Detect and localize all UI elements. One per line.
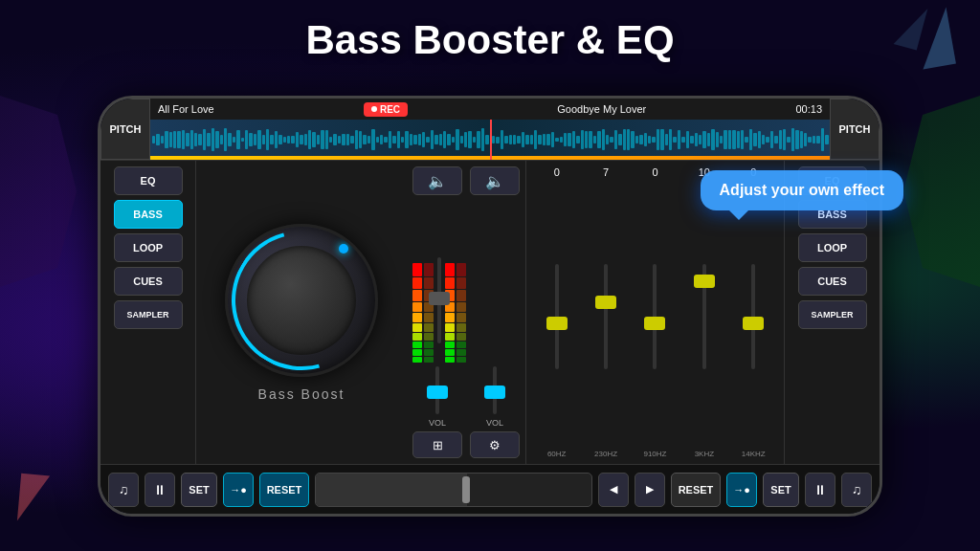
mid-slider-thumb[interactable] bbox=[429, 292, 450, 305]
left-cues-button[interactable]: CUES bbox=[114, 267, 183, 296]
waveform-bar bbox=[338, 136, 341, 143]
right-sampler-button[interactable]: SAMPLER bbox=[798, 300, 867, 329]
volume-controls: 🔈 🔈 bbox=[412, 166, 520, 195]
eq-freq-label-60HZ: 60HZ bbox=[536, 450, 578, 458]
waveform-bar bbox=[597, 131, 600, 149]
waveform-bar bbox=[648, 136, 651, 143]
waveform-bar bbox=[504, 136, 507, 143]
page-title: Bass Booster & EQ bbox=[305, 17, 674, 63]
waveform-bar bbox=[702, 131, 705, 148]
set-left-button[interactable]: SET bbox=[181, 473, 217, 507]
vu-bar bbox=[445, 277, 455, 290]
left-eq-button[interactable]: EQ bbox=[114, 166, 183, 195]
bottom-right-icon-button[interactable]: ⚙ bbox=[470, 431, 520, 458]
waveform-bar bbox=[602, 129, 605, 150]
waveform-bar bbox=[431, 130, 434, 150]
knob-inner bbox=[247, 246, 356, 355]
waveform-bar bbox=[770, 131, 773, 148]
pause-left-button[interactable]: ⏸ bbox=[145, 473, 175, 507]
reset-right-button[interactable]: RESET bbox=[671, 473, 721, 507]
music-left-button[interactable]: ♫ bbox=[108, 473, 139, 507]
arrow-rec-right-button[interactable]: →● bbox=[726, 473, 757, 507]
eq-thumb-0[interactable] bbox=[546, 317, 568, 330]
eq-thumb-2[interactable] bbox=[644, 317, 665, 330]
waveform-bar bbox=[686, 131, 689, 149]
waveform-bar bbox=[405, 131, 408, 148]
waveform-bar bbox=[762, 135, 765, 144]
vu-bar bbox=[412, 333, 422, 341]
vu-bar bbox=[457, 313, 466, 322]
set-right-button[interactable]: SET bbox=[763, 473, 799, 507]
waveform-bar bbox=[426, 137, 429, 142]
eq-thumb-4[interactable] bbox=[743, 317, 764, 330]
progress-bar[interactable] bbox=[315, 473, 592, 507]
waveform-bar bbox=[291, 136, 294, 143]
eq-slider-wrap-0 bbox=[546, 264, 568, 369]
waveform-bar bbox=[350, 136, 353, 143]
waveform-bar bbox=[308, 130, 311, 149]
waveform-bar bbox=[270, 135, 273, 144]
vol-left-button[interactable]: 🔈 bbox=[412, 166, 462, 195]
next-button[interactable]: ▶ bbox=[635, 473, 665, 507]
waveform-bar bbox=[376, 137, 379, 143]
waveform-right bbox=[490, 120, 830, 160]
music-right-button[interactable]: ♫ bbox=[841, 473, 872, 507]
waveform-bar bbox=[443, 131, 446, 148]
rec-dot bbox=[371, 106, 377, 112]
progress-thumb bbox=[462, 476, 470, 503]
waveform-bar bbox=[156, 134, 159, 145]
waveform-bar bbox=[460, 136, 463, 143]
waveform-bar bbox=[753, 133, 756, 145]
waveform-bar bbox=[177, 131, 180, 148]
right-loop-button[interactable]: LOOP bbox=[798, 233, 867, 262]
waveform-bar bbox=[816, 136, 819, 144]
pitch-right-button[interactable]: PITCH bbox=[830, 99, 880, 160]
reset-left-button[interactable]: RESET bbox=[259, 473, 309, 507]
pause-right-button[interactable]: ⏸ bbox=[805, 473, 835, 507]
right-cues-button[interactable]: CUES bbox=[798, 267, 867, 296]
left-sampler-button[interactable]: SAMPLER bbox=[114, 300, 183, 329]
pitch-left-button[interactable]: PITCH bbox=[100, 99, 150, 160]
waveform-bar bbox=[732, 130, 735, 149]
waveform-bar bbox=[278, 135, 281, 144]
left-loop-button[interactable]: LOOP bbox=[114, 233, 183, 262]
rec-button[interactable]: REC bbox=[364, 102, 408, 117]
prev-button[interactable]: ◀ bbox=[598, 473, 629, 507]
waveform-bar bbox=[610, 137, 612, 143]
left-bass-button[interactable]: BASS bbox=[114, 200, 183, 229]
waveform-bar bbox=[673, 137, 676, 143]
waveform-bar bbox=[501, 130, 503, 150]
vu-bar-group bbox=[457, 238, 466, 363]
knob-container[interactable] bbox=[225, 224, 378, 377]
eq-track-1 bbox=[604, 264, 608, 369]
vol-left-thumb[interactable] bbox=[427, 386, 448, 399]
waveform-bar bbox=[657, 129, 659, 151]
waveform-bar bbox=[304, 134, 307, 145]
eq-thumb-1[interactable] bbox=[595, 296, 616, 309]
vu-bar bbox=[457, 277, 466, 290]
vol-right-thumb[interactable] bbox=[484, 386, 505, 399]
mid-vol-slider[interactable] bbox=[437, 238, 441, 363]
vol-right-slider-container: VOL bbox=[486, 366, 503, 428]
waveform-bar bbox=[212, 128, 214, 150]
arrow-rec-left-button[interactable]: →● bbox=[223, 473, 254, 507]
waveform-bar bbox=[152, 136, 155, 143]
waveform-bar bbox=[468, 131, 471, 147]
waveform-bar bbox=[359, 131, 362, 147]
waveform-bar bbox=[287, 136, 290, 143]
waveform-bar bbox=[825, 135, 828, 144]
waveform-bar bbox=[665, 134, 668, 145]
waveform-bar bbox=[678, 130, 680, 148]
waveform-bar bbox=[720, 136, 723, 143]
waveform-bar bbox=[813, 136, 815, 143]
waveform-bar bbox=[368, 136, 370, 143]
bottom-left-icon-button[interactable]: ⊞ bbox=[412, 431, 462, 458]
waveform-bar bbox=[774, 136, 777, 143]
waveform-bar bbox=[555, 138, 558, 142]
vol-right-button[interactable]: 🔈 bbox=[470, 166, 520, 195]
waveform-bar bbox=[296, 132, 299, 147]
eq-thumb-3[interactable] bbox=[694, 275, 715, 288]
eq-value-230HZ: 7 bbox=[587, 166, 625, 184]
waveform-bar bbox=[585, 131, 588, 149]
waveform-bar bbox=[728, 130, 731, 150]
